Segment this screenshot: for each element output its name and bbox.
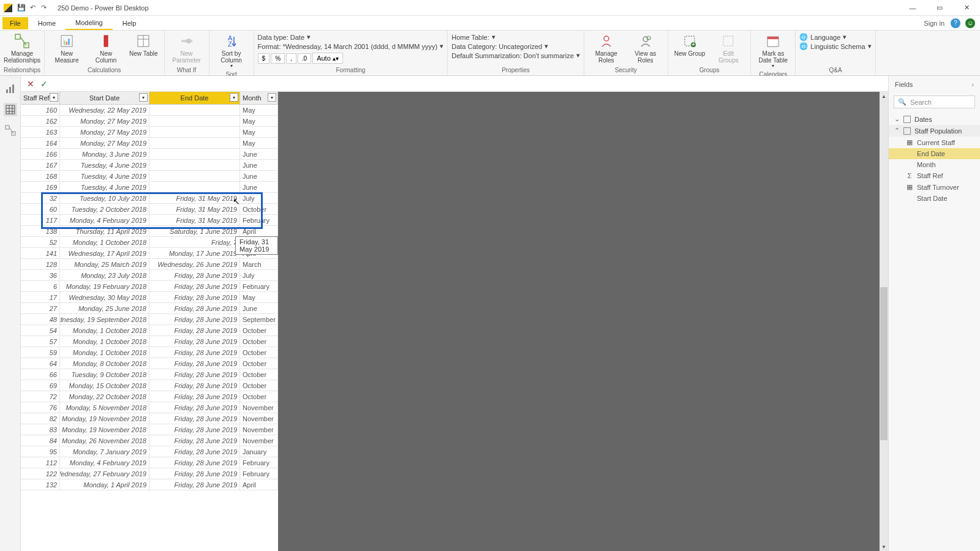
cell-month[interactable]: June [240, 149, 278, 159]
table-row[interactable]: 76Monday, 5 November 2018Friday, 28 June… [21, 402, 278, 413]
cell-staff-ref[interactable]: 27 [21, 303, 60, 313]
cell-start-date[interactable]: Tuesday, 9 October 2018 [60, 369, 149, 380]
filter-end-date-icon[interactable]: ▾ [230, 93, 238, 102]
cell-end-date[interactable]: Friday, 28 June 2019 [149, 292, 240, 302]
new-parameter-button[interactable]: New Parameter [168, 32, 205, 65]
table-row[interactable]: 84Monday, 26 November 2018Friday, 28 Jun… [21, 435, 278, 446]
table-row[interactable]: 112Monday, 4 February 2019Friday, 28 Jun… [21, 457, 278, 468]
cell-staff-ref[interactable]: 166 [21, 149, 60, 159]
cell-month[interactable]: April [240, 479, 278, 490]
table-row[interactable]: 57Monday, 1 October 2018Friday, 28 June … [21, 336, 278, 347]
cell-month[interactable]: October [240, 369, 278, 380]
cell-start-date[interactable]: Monday, 7 January 2019 [60, 446, 149, 457]
cell-start-date[interactable]: Monday, 3 June 2019 [60, 149, 149, 159]
scroll-up-icon[interactable]: ▲ [880, 92, 888, 100]
cell-month[interactable]: February [240, 281, 278, 291]
cell-end-date[interactable]: Friday, 28 June 2019 [149, 424, 240, 435]
table-row[interactable]: 95Monday, 7 January 2019Friday, 28 June … [21, 446, 278, 457]
cell-start-date[interactable]: Thursday, 11 April 2019 [60, 226, 149, 236]
cell-start-date[interactable]: Tuesday, 10 July 2018 [60, 193, 149, 203]
cell-start-date[interactable]: Monday, 19 November 2018 [60, 424, 149, 435]
cell-start-date[interactable]: Tuesday, 2 October 2018 [60, 204, 149, 214]
cell-month[interactable]: June [240, 303, 278, 313]
redo-icon[interactable]: ↷ [38, 2, 49, 13]
cancel-formula-icon[interactable]: ✕ [27, 79, 34, 89]
cell-end-date[interactable]: Monday, 17 June 2019 [149, 248, 240, 258]
table-row[interactable]: 27Monday, 25 June 2018Friday, 28 June 20… [21, 303, 278, 314]
cell-end-date[interactable] [149, 171, 240, 181]
new-column-button[interactable]: New Column [88, 32, 124, 65]
cell-end-date[interactable] [149, 116, 240, 126]
field-current-staff[interactable]: ▦Current Staff [889, 137, 980, 148]
table-row[interactable]: 138Thursday, 11 April 2019Saturday, 1 Ju… [21, 226, 278, 237]
cell-staff-ref[interactable]: 59 [21, 347, 60, 358]
col-header-end-date[interactable]: End Date▾ [149, 92, 240, 104]
report-view-icon[interactable] [4, 82, 17, 96]
feedback-icon[interactable]: ☺ [965, 18, 975, 28]
undo-icon[interactable]: ↶ [27, 2, 38, 13]
home-table-dropdown[interactable]: Home Table: ▾ [451, 33, 496, 41]
cell-end-date[interactable]: Friday, 28 June 2019 [149, 358, 240, 369]
cell-month[interactable]: June [240, 160, 278, 170]
cell-start-date[interactable]: Monday, 23 July 2018 [60, 270, 149, 280]
table-row[interactable]: 160Wednesday, 22 May 2019May [21, 105, 278, 116]
table-row[interactable]: 59Monday, 1 October 2018Friday, 28 June … [21, 347, 278, 358]
cell-staff-ref[interactable]: 132 [21, 479, 60, 490]
field-end-date[interactable]: End Date [889, 148, 980, 159]
table-row[interactable]: 164Monday, 27 May 2019May [21, 138, 278, 149]
cell-end-date[interactable]: Friday, 28 June 2019 [149, 270, 240, 280]
table-row[interactable]: 36Monday, 23 July 2018Friday, 28 June 20… [21, 270, 278, 281]
table-row[interactable]: 32Tuesday, 10 July 2018Friday, 31 May 20… [21, 193, 278, 204]
comma-button[interactable]: , [286, 53, 296, 64]
cell-start-date[interactable]: Monday, 22 October 2018 [60, 391, 149, 402]
cell-end-date[interactable]: Friday, 28 June 2019 [149, 281, 240, 291]
file-menu[interactable]: File [2, 17, 28, 29]
cell-month[interactable]: May [240, 127, 278, 137]
cell-end-date[interactable]: Friday, 28 June 2019 [149, 457, 240, 468]
auto-decimals-button[interactable]: Auto ▴▾ [312, 53, 342, 64]
fields-search-input[interactable]: 🔍 Search [894, 96, 975, 108]
cell-staff-ref[interactable]: 128 [21, 259, 60, 269]
cell-start-date[interactable]: Monday, 1 October 2018 [60, 237, 149, 247]
cell-month[interactable]: May [240, 138, 278, 148]
cell-month[interactable]: October [240, 347, 278, 358]
scroll-thumb[interactable] [880, 287, 888, 440]
cell-start-date[interactable]: Monday, 19 November 2018 [60, 413, 149, 424]
cell-start-date[interactable]: Wednesday, 19 September 2018 [60, 314, 149, 324]
decimal-button[interactable]: .0 [298, 53, 311, 64]
cell-start-date[interactable]: Wednesday, 17 April 2019 [60, 248, 149, 258]
data-view-icon[interactable] [4, 103, 17, 116]
cell-staff-ref[interactable]: 32 [21, 193, 60, 203]
cell-month[interactable]: July [240, 270, 278, 280]
home-tab[interactable]: Home [28, 17, 66, 29]
cell-month[interactable]: November [240, 435, 278, 446]
format-dropdown[interactable]: Format: *Wednesday, 14 March 2001 (dddd,… [258, 42, 444, 50]
cell-end-date[interactable]: Friday, 31 May 2019 [149, 215, 240, 225]
cell-start-date[interactable]: Monday, 4 February 2019 [60, 457, 149, 468]
linguistic-schema-dropdown[interactable]: 🌐 Linguistic Schema ▾ [799, 42, 871, 50]
table-row[interactable]: 48Wednesday, 19 September 2018Friday, 28… [21, 314, 278, 325]
cell-start-date[interactable]: Monday, 19 February 2018 [60, 281, 149, 291]
cell-month[interactable]: October [240, 325, 278, 335]
cell-start-date[interactable]: Monday, 27 May 2019 [60, 127, 149, 137]
cell-start-date[interactable]: Wednesday, 30 May 2018 [60, 292, 149, 302]
table-row[interactable]: 66Tuesday, 9 October 2018Friday, 28 June… [21, 369, 278, 380]
filter-month-icon[interactable]: ▾ [268, 93, 276, 102]
percent-button[interactable]: % [271, 53, 285, 64]
cell-staff-ref[interactable]: 72 [21, 391, 60, 402]
cell-staff-ref[interactable]: 160 [21, 105, 60, 115]
col-header-month[interactable]: Month▾ [240, 92, 278, 104]
cell-month[interactable]: February [240, 215, 278, 225]
col-header-staff-ref[interactable]: Staff Ref▾ [21, 92, 60, 104]
cell-start-date[interactable]: Monday, 1 October 2018 [60, 325, 149, 335]
table-dates[interactable]: ⌄Dates [889, 113, 980, 125]
cell-staff-ref[interactable]: 167 [21, 160, 60, 170]
modeling-tab[interactable]: Modeling [66, 17, 113, 30]
cell-staff-ref[interactable]: 76 [21, 402, 60, 413]
cell-month[interactable]: October [240, 391, 278, 402]
cell-end-date[interactable]: Friday, 28 June 2019 [149, 325, 240, 335]
cell-start-date[interactable]: Monday, 4 February 2019 [60, 215, 149, 225]
new-group-button[interactable]: +New Group [672, 32, 708, 58]
cell-staff-ref[interactable]: 122 [21, 468, 60, 479]
cell-end-date[interactable] [149, 138, 240, 148]
